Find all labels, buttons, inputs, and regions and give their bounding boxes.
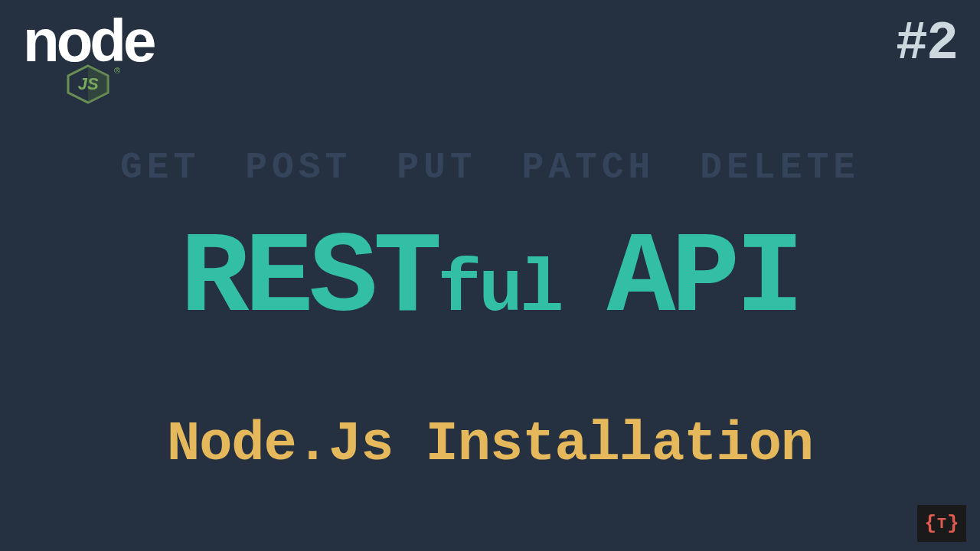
main-title: RESTfulAPI [0, 214, 980, 344]
title-ful: ful [438, 249, 561, 332]
http-verbs-background: GET POST PUT PATCH DELETE [0, 147, 980, 188]
registered-mark: ® [114, 66, 120, 75]
episode-number: #2 [896, 14, 957, 74]
badge-letter: T [936, 515, 947, 533]
js-text: JS [78, 74, 99, 94]
brace-right: } [947, 512, 959, 535]
nodejs-logo: node JS ® [23, 15, 153, 104]
title-rest: REST [181, 214, 438, 344]
title-api: API [606, 214, 799, 344]
subtitle: Node.Js Installation [0, 413, 980, 476]
brace-left: { [924, 512, 936, 535]
nodejs-hex-icon: JS ® [65, 64, 111, 104]
channel-badge: {T} [917, 505, 966, 542]
node-word: node [23, 15, 153, 66]
